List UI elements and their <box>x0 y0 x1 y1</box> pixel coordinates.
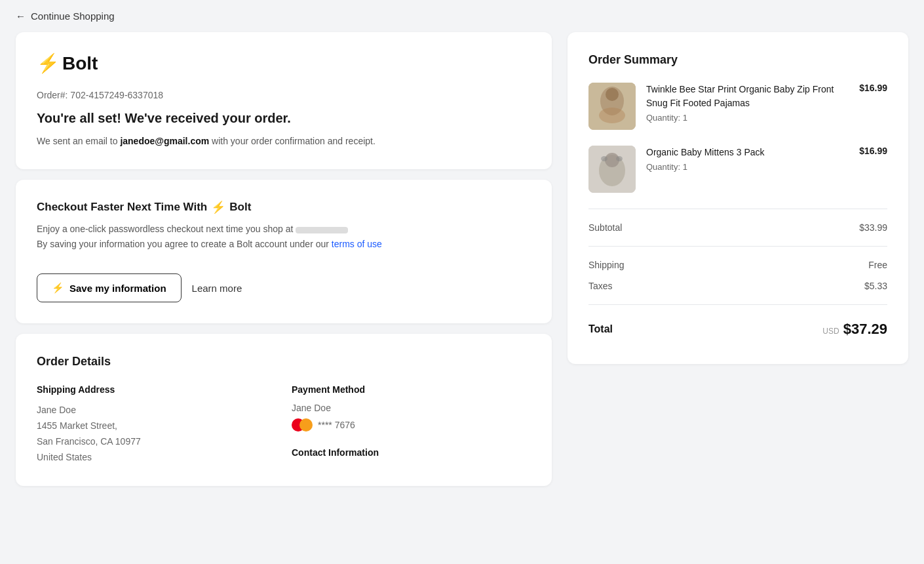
svg-point-7 <box>601 156 607 161</box>
product-qty-2: Quantity: 1 <box>646 162 849 172</box>
product-price-2: $16.99 <box>859 146 887 156</box>
btn-row: ⚡ Save my information Learn more <box>37 262 531 302</box>
save-bolt-icon: ⚡ <box>52 282 64 294</box>
faster-title: Checkout Faster Next Time With ⚡ Bolt <box>37 201 531 214</box>
product-price-1: $16.99 <box>859 83 887 93</box>
bolt-logo-icon: ⚡ <box>37 54 60 73</box>
shipping-address: Jane Doe 1455 Market Street, San Francis… <box>37 403 276 465</box>
bolt-logo: ⚡ Bolt <box>37 53 531 74</box>
divider-2 <box>588 246 887 247</box>
contact-title: Contact Information <box>292 447 531 458</box>
learn-more-button[interactable]: Learn more <box>192 283 242 294</box>
left-column: ⚡ Bolt Order#: 702-4157249-6337018 You'r… <box>16 32 552 486</box>
bolt-upsell-icon: ⚡ <box>211 201 225 213</box>
total-currency: USD <box>822 327 839 336</box>
bolt-upsell-card: Checkout Faster Next Time With ⚡ Bolt En… <box>16 180 552 323</box>
subtotal-label: Subtotal <box>588 222 622 233</box>
total-value: $37.29 <box>843 321 887 338</box>
divider-1 <box>588 209 887 209</box>
card-number: **** 7676 <box>318 420 355 430</box>
faster-desc: Enjoy a one-click passwordless checkout … <box>37 222 531 251</box>
divider-3 <box>588 304 887 305</box>
order-summary-title: Order Summary <box>588 53 887 67</box>
top-nav: ← Continue Shopping <box>0 0 924 32</box>
confirmation-email: janedoe@gmail.com <box>120 136 209 146</box>
total-right: USD $37.29 <box>822 321 887 338</box>
svg-point-8 <box>616 156 623 161</box>
svg-point-3 <box>599 108 625 123</box>
shipping-label: Shipping <box>588 260 625 270</box>
product-name-1: Twinkle Bee Star Print Organic Baby Zip … <box>646 83 849 110</box>
shipping-row: Shipping Free <box>588 254 887 275</box>
product-image-1 <box>588 83 636 130</box>
order-details-card: Order Details Shipping Address Jane Doe … <box>16 334 552 486</box>
order-summary-card: Order Summary Twinkle Bee Star Print Org… <box>568 32 908 364</box>
details-grid: Shipping Address Jane Doe 1455 Market St… <box>37 384 531 465</box>
order-number: Order#: 702-4157249-6337018 <box>37 90 531 100</box>
subtotal-value: $33.99 <box>859 222 887 233</box>
confirmation-title: You're all set! We've received your orde… <box>37 111 531 126</box>
confirmation-desc: We sent an email to janedoe@gmail.com wi… <box>37 134 531 148</box>
taxes-value: $5.33 <box>864 281 887 291</box>
taxes-label: Taxes <box>588 281 613 291</box>
store-placeholder <box>296 227 348 233</box>
right-column: Order Summary Twinkle Bee Star Print Org… <box>568 32 908 364</box>
order-details-title: Order Details <box>37 355 531 369</box>
confirmation-card: ⚡ Bolt Order#: 702-4157249-6337018 You'r… <box>16 32 552 169</box>
mc-orange-circle <box>299 418 313 432</box>
total-label: Total <box>588 323 613 335</box>
back-link[interactable]: ← Continue Shopping <box>16 10 115 22</box>
shipping-col: Shipping Address Jane Doe 1455 Market St… <box>37 384 276 465</box>
payment-name: Jane Doe <box>292 403 531 413</box>
product-row-2: Organic Baby Mittens 3 Pack Quantity: 1 … <box>588 146 887 193</box>
product-image-2 <box>588 146 636 193</box>
terms-link[interactable]: terms of use <box>332 239 382 249</box>
main-layout: ⚡ Bolt Order#: 702-4157249-6337018 You'r… <box>0 32 924 502</box>
total-row: Total USD $37.29 <box>588 313 887 343</box>
taxes-row: Taxes $5.33 <box>588 275 887 296</box>
product-info-1: Twinkle Bee Star Print Organic Baby Zip … <box>646 83 849 123</box>
product-qty-1: Quantity: 1 <box>646 113 849 123</box>
shipping-value: Free <box>868 260 887 270</box>
svg-point-2 <box>606 88 619 101</box>
shipping-title: Shipping Address <box>37 384 276 395</box>
product-name-2: Organic Baby Mittens 3 Pack <box>646 146 849 159</box>
mastercard-icon <box>292 418 313 432</box>
save-information-button[interactable]: ⚡ Save my information <box>37 273 182 302</box>
product-info-2: Organic Baby Mittens 3 Pack Quantity: 1 <box>646 146 849 172</box>
product-row-1: Twinkle Bee Star Print Organic Baby Zip … <box>588 83 887 130</box>
payment-title: Payment Method <box>292 384 531 395</box>
bolt-logo-text: Bolt <box>62 53 98 74</box>
arrow-left-icon: ← <box>16 10 26 22</box>
subtotal-row: Subtotal $33.99 <box>588 217 887 238</box>
back-label: Continue Shopping <box>31 10 115 22</box>
payment-col: Payment Method Jane Doe **** 7676 Contac… <box>292 384 531 465</box>
card-row: **** 7676 <box>292 418 531 432</box>
